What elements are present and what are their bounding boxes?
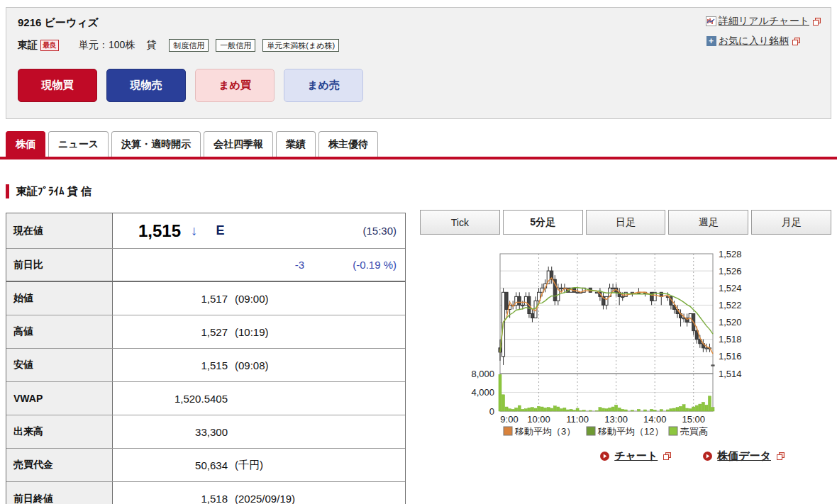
svg-text:1,524: 1,524	[719, 283, 742, 293]
close-flag: E	[216, 223, 225, 238]
period-tab-Tick[interactable]: Tick	[420, 210, 500, 235]
trade-button-sell[interactable]: 現物売	[106, 69, 186, 102]
svg-text:1,516: 1,516	[719, 351, 742, 362]
tab-underline	[0, 157, 837, 159]
quote-value-cell: 1,520.5405	[113, 382, 405, 415]
quote-value-note: (09:08)	[235, 359, 269, 371]
svg-text:9:00: 9:00	[500, 414, 518, 425]
period-tab-5分足[interactable]: 5分足	[503, 210, 583, 235]
quote-value-cell: 50,634(千円)	[113, 449, 405, 481]
stock-header-box: 9216 ビーウィズ 東証 最良 単元：100株 貸 制度信用一般信用単元未満株…	[6, 7, 831, 119]
svg-text:1,528: 1,528	[719, 250, 742, 259]
quote-value: 1,527	[121, 326, 228, 338]
quote-row-1: 前日比-3(-0.19 %)	[6, 249, 405, 282]
trade-button-mame-sell[interactable]: まめ売	[284, 69, 363, 102]
svg-text:14:00: 14:00	[643, 414, 667, 425]
quote-value-cell: 33,300	[113, 415, 405, 448]
quote-value: 33,300	[121, 426, 228, 438]
tab-業績[interactable]: 業績	[276, 131, 316, 157]
chart-links: チャート株価データ	[599, 449, 786, 463]
quote-value-cell: 1,518(2025/09/19)	[113, 482, 405, 504]
quote-row-7: 売買代金50,634(千円)	[6, 449, 405, 482]
chart-icon	[706, 16, 716, 26]
quote-row-label: VWAP	[6, 382, 113, 415]
trade-button-mame-buy[interactable]: まめ買	[195, 69, 275, 102]
svg-text:1,514: 1,514	[719, 369, 742, 379]
svg-text:13:00: 13:00	[604, 414, 628, 425]
trading-unit-label: 単元：100株	[79, 39, 135, 52]
svg-text:8,000: 8,000	[471, 369, 494, 379]
tab-決算・適時開示[interactable]: 決算・適時開示	[111, 131, 201, 157]
five-minute-chart: 1,5141,5161,5181,5201,5221,5241,5261,528…	[420, 250, 831, 442]
quote-value: 1,518	[121, 493, 228, 504]
credit-badges: 制度信用一般信用単元未満株(まめ株)	[162, 39, 339, 52]
quote-row-2: 始値1,517(09:00)	[6, 282, 405, 315]
svg-text:移動平均（12）: 移動平均（12）	[597, 426, 663, 437]
tab-ニュース[interactable]: ニュース	[48, 131, 109, 157]
quote-value-note: (千円)	[235, 459, 263, 472]
quote-value-cell: 1,517(09:00)	[113, 282, 405, 315]
quote-value-cell: 1,515(09:08)	[113, 349, 405, 381]
quote-row-4: 安値1,515(09:08)	[6, 349, 405, 382]
quote-row-5: VWAP1,520.5405	[6, 382, 405, 415]
quote-row-6: 出来高33,300	[6, 415, 405, 449]
external-link-icon	[812, 17, 821, 26]
change-value: -3	[121, 259, 304, 271]
stock-meta-row: 東証 最良 単元：100株 貸 制度信用一般信用単元未満株(まめ株)	[18, 38, 339, 53]
header-link[interactable]: 詳細リアルチャート	[719, 15, 809, 28]
svg-text:1,522: 1,522	[719, 300, 742, 310]
market-section-title: 東証ﾌﾟﾗｲﾑ 貸 信	[6, 184, 92, 198]
chart-panel: Tick5分足日足週足月足 1,5141,5161,5181,5201,5221…	[420, 210, 831, 486]
header-link[interactable]: お気に入り銘柄	[719, 35, 789, 47]
quote-value: 1,517	[121, 293, 228, 305]
quote-value: 1,515	[121, 359, 228, 371]
credit-badge: 制度信用	[169, 39, 209, 52]
external-link-icon	[792, 37, 801, 46]
quote-value: 1,520.5405	[121, 393, 228, 405]
external-link-icon	[663, 452, 672, 461]
stock-title: 9216 ビーウィズ	[18, 16, 99, 30]
svg-text:4,000: 4,000	[471, 387, 494, 398]
trade-button-buy[interactable]: 現物買	[18, 69, 97, 102]
down-arrow-icon: ↓	[191, 223, 198, 239]
svg-text:1,520: 1,520	[719, 317, 742, 327]
quote-value-note: (09:00)	[235, 293, 269, 305]
header-links: 詳細リアルチャート+お気に入り銘柄	[706, 15, 822, 47]
quote-row-0: 現在値1,515↓E(15:30)	[6, 213, 405, 249]
main-tab-bar: 株価ニュース決算・適時開示会社四季報業績株主優待	[6, 131, 378, 157]
quote-row-label: 出来高	[6, 415, 113, 448]
quote-row-label: 売買代金	[6, 449, 113, 481]
change-cell: -3(-0.19 %)	[113, 249, 405, 281]
chart-period-tabs: Tick5分足日足週足月足	[420, 210, 831, 235]
external-link-icon	[776, 452, 785, 461]
tab-株価[interactable]: 株価	[6, 131, 45, 157]
quote-row-label: 現在値	[6, 213, 113, 248]
best-quote-badge: 最良	[40, 40, 59, 51]
change-percent: (-0.19 %)	[353, 259, 397, 271]
quote-value: 50,634	[121, 459, 228, 471]
period-tab-月足[interactable]: 月足	[751, 210, 831, 235]
chart-link[interactable]: 株価データ	[717, 449, 771, 463]
plus-icon: +	[706, 36, 716, 46]
quote-row-label: 安値	[6, 349, 113, 381]
loan-label: 貸	[146, 39, 156, 52]
quote-row-label: 前日比	[6, 249, 113, 281]
period-tab-週足[interactable]: 週足	[668, 210, 748, 235]
quote-row-label: 始値	[6, 282, 113, 315]
quote-row-label: 高値	[6, 315, 113, 348]
current-price-value: 1,515	[138, 221, 181, 241]
chart-link-row: チャート	[599, 449, 672, 463]
tab-会社四季報[interactable]: 会社四季報	[204, 131, 273, 157]
period-tab-日足[interactable]: 日足	[586, 210, 666, 235]
chart-link[interactable]: チャート	[614, 449, 658, 463]
svg-text:10:00: 10:00	[527, 414, 550, 425]
play-icon	[702, 451, 713, 461]
trade-button-row: 現物買現物売まめ買まめ売	[18, 69, 363, 102]
quote-value-cell: 1,527(10:19)	[113, 315, 405, 348]
svg-text:売買高: 売買高	[680, 426, 708, 437]
svg-text:0: 0	[489, 406, 494, 417]
price-time: (15:30)	[362, 225, 397, 237]
credit-badge: 単元未満株(まめ株)	[262, 39, 339, 52]
svg-text:15:00: 15:00	[682, 414, 705, 425]
tab-株主優待[interactable]: 株主優待	[318, 131, 378, 157]
